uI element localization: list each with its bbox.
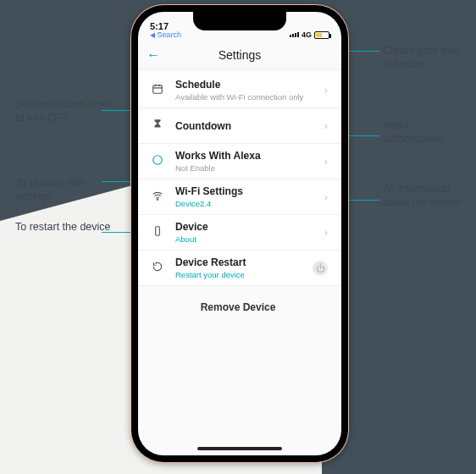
home-indicator[interactable] [197, 447, 282, 450]
row-wifi-sub: Device2.4 [175, 199, 324, 208]
wifi-icon [148, 190, 167, 204]
row-alexa[interactable]: Works With Alexa Not Enable › [138, 144, 341, 179]
screen: 5:17 ◀ Search 4G ← Settings S [138, 12, 341, 455]
chevron-right-icon: › [324, 84, 328, 96]
device-icon [148, 225, 167, 240]
notch [193, 12, 286, 30]
chevron-right-icon: › [324, 190, 328, 203]
chevron-right-icon: › [324, 155, 328, 168]
network-label: 4G [302, 30, 312, 39]
row-wifi[interactable]: Wi-Fi Settings Device2.4 › [138, 179, 341, 215]
svg-point-1 [153, 156, 163, 165]
restart-icon [148, 261, 167, 275]
row-restart-sub: Restart your device [175, 270, 313, 279]
chevron-right-icon: › [324, 119, 328, 132]
page-title: Settings [219, 48, 262, 62]
row-alexa-sub: Not Enable [175, 163, 324, 173]
row-device-label: Device [175, 221, 324, 233]
row-device-sub: About [175, 234, 324, 244]
row-countdown[interactable]: Countdown › [138, 108, 341, 144]
row-remove[interactable]: Remove Device [138, 286, 341, 322]
row-remove-label: Remove Device [201, 301, 276, 313]
row-countdown-label: Countdown [175, 120, 324, 132]
row-alexa-label: Works With Alexa [175, 150, 324, 162]
svg-point-2 [157, 199, 158, 200]
anno-schedule: Create your own schedule [383, 44, 468, 72]
row-restart[interactable]: Device Restart Restart your device ⏻ [138, 251, 341, 286]
status-back-search[interactable]: ◀ Search [150, 31, 181, 39]
row-device[interactable]: Device About › [138, 215, 341, 251]
svg-rect-0 [153, 85, 163, 93]
chevron-right-icon: › [324, 226, 328, 239]
phone-frame: 5:17 ◀ Search 4G ← Settings S [131, 5, 348, 462]
calendar-icon [148, 83, 167, 97]
row-schedule-label: Schedule [175, 79, 324, 91]
anno-alexa: Alexa authorization [383, 118, 468, 146]
row-schedule[interactable]: Schedule Available with Wi-Fi connection… [138, 73, 341, 108]
anno-device: All information about the device [383, 182, 468, 210]
battery-icon [314, 31, 329, 39]
power-icon[interactable]: ⏻ [313, 261, 328, 276]
back-button[interactable]: ← [147, 47, 160, 63]
app-header: ← Settings [138, 41, 341, 69]
row-wifi-label: Wi-Fi Settings [175, 185, 324, 197]
row-schedule-sub: Available with Wi-Fi connection only [175, 92, 324, 102]
hourglass-icon [148, 118, 167, 133]
row-restart-label: Device Restart [175, 256, 313, 268]
svg-rect-3 [156, 227, 160, 236]
anno-restart: To restart the device [15, 220, 111, 234]
anno-wifi: To Update Wifi settings [15, 176, 117, 204]
alexa-icon [148, 154, 167, 168]
signal-icon [290, 32, 299, 37]
